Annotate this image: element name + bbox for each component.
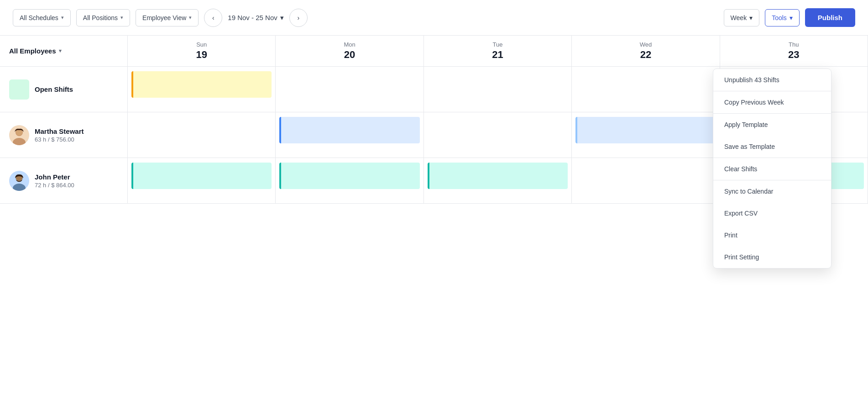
day-column-mon: Mon 20: [276, 36, 424, 66]
all-schedules-label: All Schedules: [20, 14, 58, 21]
unpublish-shifts-item[interactable]: Unpublish 43 Shifts: [713, 69, 831, 91]
date-range-label: 19 Nov - 25 Nov: [228, 14, 277, 21]
martha-mon-cell[interactable]: [276, 112, 424, 158]
shift-block-john-mon[interactable]: [279, 163, 419, 189]
day-name-sun: Sun: [131, 41, 272, 48]
sync-to-calendar-item[interactable]: Sync to Calendar: [713, 180, 831, 202]
john-avatar: [9, 171, 29, 191]
shift-block-john-sun[interactable]: [131, 163, 272, 189]
print-setting-item[interactable]: Print Setting: [713, 246, 831, 268]
top-toolbar: All Schedules ▾ All Positions ▾ Employee…: [0, 0, 868, 36]
chevron-down-icon: ▾: [280, 14, 284, 22]
martha-name: Martha Stewart: [35, 127, 84, 135]
tools-dropdown-menu: Unpublish 43 Shifts Copy Previous Week A…: [713, 68, 831, 269]
export-csv-item[interactable]: Export CSV: [713, 202, 831, 224]
day-name-wed: Wed: [575, 41, 716, 48]
date-range-selector[interactable]: 19 Nov - 25 Nov ▾: [228, 14, 283, 22]
publish-button[interactable]: Publish: [805, 8, 855, 27]
main-content: All Employees ▾ Sun 19 Mon 20 Tue 21 Wed…: [0, 36, 868, 395]
open-shifts-tue-cell[interactable]: [424, 67, 572, 112]
save-as-template-item[interactable]: Save as Template: [713, 136, 831, 158]
john-wed-cell[interactable]: [572, 158, 720, 203]
next-icon: ›: [297, 14, 299, 21]
chevron-down-icon: ▾: [120, 15, 123, 21]
day-name-mon: Mon: [279, 41, 419, 48]
day-num-wed: 22: [575, 49, 716, 61]
martha-wed-cell[interactable]: [572, 112, 720, 158]
john-tue-cell[interactable]: [424, 158, 572, 203]
publish-label: Publish: [818, 14, 842, 21]
chevron-down-icon: ▾: [189, 15, 192, 21]
print-item[interactable]: Print: [713, 224, 831, 246]
open-shifts-avatar: [9, 79, 29, 100]
week-view-dropdown[interactable]: Week ▾: [724, 9, 760, 26]
day-column-tue: Tue 21: [424, 36, 572, 66]
open-shifts-info: Open Shifts: [35, 85, 73, 93]
all-positions-dropdown[interactable]: All Positions ▾: [76, 9, 130, 26]
copy-previous-week-item[interactable]: Copy Previous Week: [713, 91, 831, 113]
all-employees-dropdown[interactable]: All Employees ▾: [9, 47, 62, 55]
martha-info: Martha Stewart 63 h / $ 756.00: [35, 127, 84, 143]
open-shifts-name: Open Shifts: [35, 85, 73, 93]
apply-template-item[interactable]: Apply Template: [713, 114, 831, 136]
next-week-button[interactable]: ›: [289, 9, 308, 27]
open-shifts-wed-cell[interactable]: [572, 67, 720, 112]
week-label: Week: [731, 14, 747, 21]
clear-shifts-item[interactable]: Clear Shifts: [713, 158, 831, 180]
open-shifts-employee-cell: Open Shifts: [0, 67, 128, 112]
john-employee-cell: John Peter 72 h / $ 864.00: [0, 158, 128, 203]
prev-icon: ‹: [212, 14, 214, 21]
chevron-down-icon: ▾: [790, 14, 793, 21]
martha-meta: 63 h / $ 756.00: [35, 136, 84, 143]
john-sun-cell[interactable]: [128, 158, 276, 203]
martha-employee-cell: Martha Stewart 63 h / $ 756.00: [0, 112, 128, 158]
chevron-down-icon: ▾: [749, 14, 753, 21]
open-shifts-mon-cell[interactable]: [276, 67, 424, 112]
day-column-thu: Thu 23: [720, 36, 868, 66]
day-column-sun: Sun 19: [128, 36, 276, 66]
day-num-tue: 21: [428, 49, 568, 61]
day-column-wed: Wed 22: [572, 36, 720, 66]
prev-week-button[interactable]: ‹: [204, 9, 222, 27]
martha-avatar: [9, 125, 29, 145]
tools-label: Tools: [772, 14, 787, 21]
all-employees-label: All Employees: [9, 47, 56, 55]
column-headers: All Employees ▾ Sun 19 Mon 20 Tue 21 Wed…: [0, 36, 868, 67]
employee-view-label: Employee View: [142, 14, 186, 21]
martha-sun-cell[interactable]: [128, 112, 276, 158]
day-num-thu: 23: [724, 49, 864, 61]
day-num-mon: 20: [279, 49, 419, 61]
john-mon-cell[interactable]: [276, 158, 424, 203]
john-meta: 72 h / $ 864.00: [35, 182, 74, 189]
chevron-down-icon: ▾: [61, 15, 64, 21]
shift-block-john-tue[interactable]: [428, 163, 568, 189]
martha-tue-cell[interactable]: [424, 112, 572, 158]
shift-block-open-sun[interactable]: [131, 71, 272, 98]
day-name-thu: Thu: [724, 41, 864, 48]
employee-column-header: All Employees ▾: [0, 36, 128, 66]
all-schedules-dropdown[interactable]: All Schedules ▾: [13, 9, 71, 26]
day-name-tue: Tue: [428, 41, 568, 48]
shift-block-martha-mon[interactable]: [279, 117, 419, 143]
employee-view-dropdown[interactable]: Employee View ▾: [136, 9, 199, 26]
tools-dropdown-button[interactable]: Tools ▾: [765, 9, 800, 26]
shift-block-martha-wed[interactable]: [575, 117, 716, 143]
john-name: John Peter: [35, 173, 74, 181]
open-shifts-sun-cell[interactable]: [128, 67, 276, 112]
john-info: John Peter 72 h / $ 864.00: [35, 173, 74, 189]
all-positions-label: All Positions: [83, 14, 118, 21]
chevron-down-icon: ▾: [59, 48, 62, 54]
day-num-sun: 19: [131, 49, 272, 61]
